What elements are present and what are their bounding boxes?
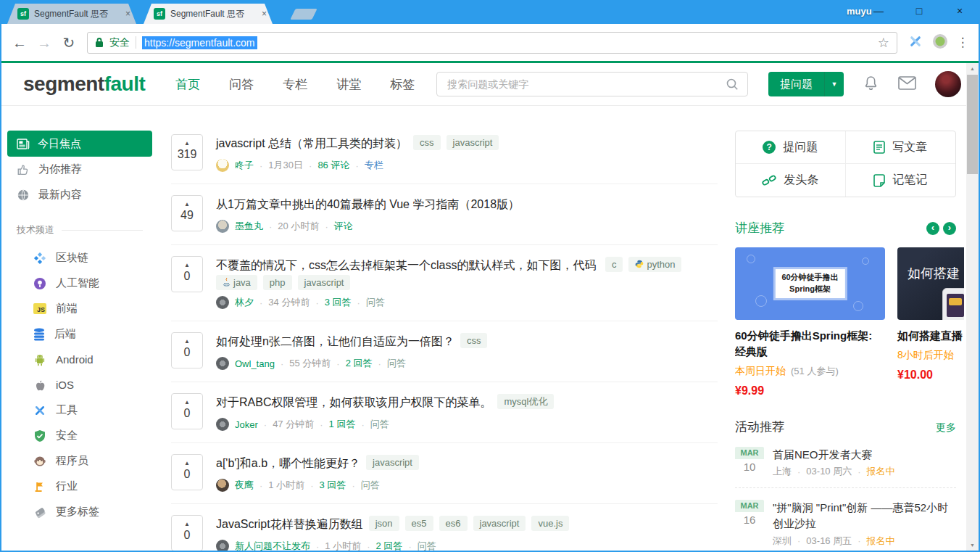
search-input[interactable] [446,78,726,91]
section-link[interactable]: 问答 [387,357,406,370]
author-avatar[interactable] [216,296,229,309]
sidebar-channel-android[interactable]: Android [7,347,152,372]
lecture-title[interactable]: 60分钟徒手撸出Spring框架: 经典版 [735,328,885,360]
author-avatar[interactable] [216,220,229,233]
sidebar-channel-ai[interactable]: 人工智能 [7,271,152,296]
tag[interactable]: javascript [473,516,526,531]
tag[interactable]: javascript [366,455,419,470]
messages-mail-icon[interactable] [898,76,916,93]
vote-box[interactable]: ▲ 0 [171,256,203,292]
reload-icon[interactable]: ↻ [57,30,81,55]
tag[interactable]: css [460,333,488,348]
user-avatar[interactable] [935,71,961,97]
vote-up-icon[interactable]: ▲ [172,201,202,207]
sidebar-channel-frontend[interactable]: JS 前端 [7,296,152,321]
author-avatar[interactable] [216,418,229,431]
author-link[interactable]: 夜鹰 [235,479,254,492]
vote-up-icon[interactable]: ▲ [172,338,202,345]
sidebar-channel-tools[interactable]: 工具 [7,397,152,423]
section-link[interactable]: 专栏 [365,159,383,172]
vote-box[interactable]: ▲ 0 [171,332,203,368]
nav-blog[interactable]: 专栏 [283,76,307,93]
chrome-menu-icon[interactable]: ⋮ [952,35,973,50]
action-take-note[interactable]: 记笔记 [846,164,956,197]
vote-up-icon[interactable]: ▲ [172,262,202,268]
vote-up-icon[interactable]: ▲ [172,140,202,147]
extension-icon[interactable] [903,33,928,52]
author-link[interactable]: Owl_tang [235,358,275,369]
tag[interactable]: c [605,257,623,272]
window-close-button[interactable]: × [939,0,980,24]
question-title[interactable]: a['b']和a.b，哪个性能更好？ [216,457,360,469]
question-title[interactable]: javascript 总结（常用工具类的封装） [216,137,407,149]
sidebar-channel-ios[interactable]: iOS [7,372,152,397]
tag[interactable]: php [263,275,292,290]
author-link[interactable]: 林夕 [235,296,254,309]
section-link[interactable]: 问答 [370,418,389,431]
search-box[interactable] [436,72,748,96]
answer-count-link[interactable]: 3 回答 [320,479,346,492]
author-avatar[interactable] [216,479,229,492]
section-link[interactable]: 问答 [418,540,436,551]
notifications-bell-icon[interactable] [863,75,879,94]
author-avatar[interactable] [216,540,229,551]
window-minimize-button[interactable]: — [858,0,899,24]
sidebar-channel-more-tags[interactable]: 更多标签 [7,499,152,524]
section-link[interactable]: 问答 [361,479,380,492]
author-link[interactable]: Joker [235,419,258,430]
tag[interactable]: css [413,135,441,150]
vote-up-icon[interactable]: ▲ [172,521,202,527]
tag[interactable]: es6 [439,516,468,531]
section-link[interactable]: 问答 [366,296,385,309]
browser-tab-1[interactable]: sf SegmentFault 思否 × [7,4,136,24]
sidebar-channel-backend[interactable]: 后端 [7,321,152,347]
sidebar-item-recommended[interactable]: 为你推荐 [7,157,152,182]
nav-qa[interactable]: 问答 [229,76,254,93]
tag[interactable]: javascript [298,275,351,290]
question-title[interactable]: 不覆盖的情况下，css怎么去掉框架某一个class的默认样式，如下图，代码 [216,259,596,271]
nav-home[interactable]: 首页 [175,76,200,93]
lecture-title[interactable]: 如何搭建直播 [897,328,964,344]
action-post-headline[interactable]: 发头条 [736,164,846,197]
answer-count-link[interactable]: 2 回答 [346,357,373,370]
browser-tab-2-active[interactable]: sf SegmentFault 思否 × [144,4,273,24]
nav-lecture[interactable]: 讲堂 [336,76,361,93]
tag[interactable]: es5 [405,516,433,531]
events-more-link[interactable]: 更多 [936,421,956,434]
author-link[interactable]: 新人问题不让发布 [235,540,310,551]
sidebar-item-today-focus[interactable]: 今日焦点 [7,131,152,157]
comment-count-link[interactable]: 86 评论 [317,159,349,172]
author-avatar[interactable] [216,357,229,370]
action-ask-question[interactable]: ? 提问题 [736,131,846,164]
vote-up-icon[interactable]: ▲ [172,399,202,405]
sidebar-item-newest[interactable]: 最新内容 [7,182,152,207]
author-link[interactable]: 墨鱼丸 [235,220,263,233]
lecture-card[interactable]: 如何搭建 如何搭建直播 8小时后开始 ¥10.00 [897,247,964,397]
ask-question-button[interactable]: 提问题 [768,72,824,96]
profile-badge-icon[interactable] [928,33,952,52]
tab-close-icon[interactable]: × [125,9,130,18]
carousel-prev-icon[interactable]: ‹ [926,222,939,235]
url-text[interactable]: https://segmentfault.com [142,36,257,49]
tag[interactable]: java [216,275,257,290]
event-item[interactable]: MAR 10 首届NEO开发者大赛 上海 · 03-10 周六 · 报名中 [735,435,956,489]
sidebar-channel-industry[interactable]: 行业 [7,474,152,499]
vote-box[interactable]: ▲ 0 [171,393,203,429]
scrollbar-thumb[interactable] [967,75,978,174]
event-title[interactable]: 首届NEO开发者大赛 [773,447,895,463]
tag[interactable]: json [369,516,399,531]
sidebar-channel-blockchain[interactable]: 区块链 [7,245,152,271]
sidebar-channel-programmer[interactable]: 程序员 [7,448,152,474]
author-link[interactable]: 咚子 [235,159,254,172]
nav-tags[interactable]: 标签 [390,76,415,93]
segmentfault-logo[interactable]: segmentfault [23,73,145,96]
tag[interactable]: javascript [447,135,499,150]
bookmark-star-icon[interactable]: ☆ [878,35,889,51]
search-icon[interactable] [726,78,739,91]
author-avatar[interactable] [216,159,229,172]
question-title[interactable]: 从1万篇文章中挑出的40篇最棒的 Vue 学习指南（2018版） [216,198,520,210]
address-bar[interactable]: 安全 https://segmentfault.com ☆ [87,32,897,54]
scrollbar-down-icon[interactable]: ▼ [966,540,979,551]
question-title[interactable]: 如何处理n张二倍图，让他们自适应为一倍图？ [216,335,454,347]
question-title[interactable]: 对于RABC权限管理，如何获取该用户权限下的菜单。 [216,396,491,408]
